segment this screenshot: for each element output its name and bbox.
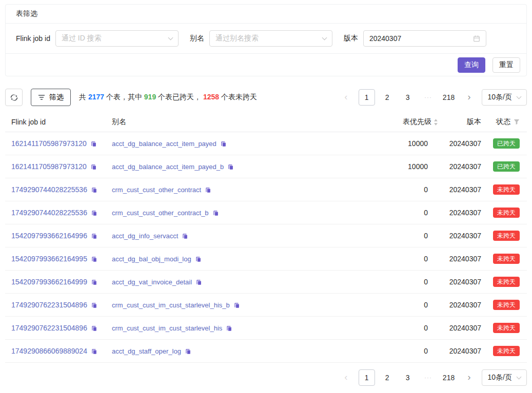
refresh-icon	[10, 94, 18, 101]
alias-link[interactable]: acct_dg_staff_oper_log	[112, 347, 181, 355]
status-badge: 已跨天	[493, 138, 520, 149]
flink-job-id-select[interactable]: 通过 ID 搜索	[55, 30, 179, 47]
status-cell: 未跨天	[482, 208, 527, 218]
copy-icon[interactable]	[227, 163, 234, 170]
alias-link[interactable]: crm_cust_cust_im_cust_starlevel_his	[112, 324, 222, 332]
version-cell: 20240307	[441, 278, 482, 286]
copy-icon[interactable]	[91, 187, 97, 193]
filter-toggle-label: 筛选	[49, 93, 64, 102]
pagination-prev-button[interactable]: ‹	[338, 369, 354, 386]
alias-link[interactable]: acct_dg_bal_obj_modi_log	[112, 255, 191, 263]
column-header-priority[interactable]: 表优先级	[380, 117, 441, 127]
page-size-select[interactable]: 10条/页	[482, 369, 527, 386]
status-badge: 未跨天	[493, 208, 520, 218]
priority-cell: 10000	[380, 139, 441, 148]
alias-placeholder: 通过别名搜索	[215, 34, 259, 43]
status-cell: 未跨天	[482, 184, 527, 195]
pagination-next-button[interactable]: ›	[461, 369, 478, 386]
copy-icon[interactable]	[91, 279, 97, 285]
copy-icon[interactable]	[233, 302, 240, 308]
alias-link[interactable]: crm_cust_cust_im_cust_starlevel_his_b	[112, 301, 230, 309]
pagination-page-218[interactable]: 218	[441, 89, 457, 106]
priority-cell: 0	[380, 185, 441, 194]
column-filter-icon[interactable]	[514, 119, 520, 125]
alias-link[interactable]: acct_dg_balance_acct_item_payed	[112, 140, 216, 148]
page-size-select[interactable]: 10条/页	[482, 89, 527, 106]
job-id-link[interactable]: 1749290762231504896	[11, 324, 87, 332]
job-id-link[interactable]: 1749290762231504896	[11, 301, 87, 309]
sort-icon[interactable]	[434, 119, 438, 126]
version-date-input[interactable]: 20240307	[363, 30, 486, 47]
pagination-page-218[interactable]: 218	[441, 369, 457, 386]
summary-part: 个表未跨天	[219, 93, 257, 101]
alias-cell: acct_dg_info_servacct	[112, 232, 380, 240]
job-id-cell: 1542097993662164995	[5, 255, 112, 263]
summary-part: 共	[79, 93, 88, 101]
filter-card-title: 表筛选	[6, 5, 526, 24]
alias-link[interactable]: crm_cust_cust_other_contract_b	[112, 209, 209, 217]
priority-cell: 0	[380, 347, 441, 355]
copy-icon[interactable]	[91, 325, 97, 332]
alias-link[interactable]: acct_dg_info_servacct	[112, 232, 178, 240]
job-id-link[interactable]: 1542097993662164999	[11, 278, 87, 286]
alias-select[interactable]: 通过别名搜索	[209, 30, 332, 47]
alias-cell: crm_cust_cust_im_cust_starlevel_his	[112, 324, 380, 332]
bottom-bar: ‹123···218›10条/页	[5, 369, 527, 386]
filter-lines-icon	[38, 94, 45, 101]
copy-icon[interactable]	[91, 302, 97, 308]
job-id-link[interactable]: 1749290744028225536	[11, 209, 87, 217]
status-cell: 未跨天	[482, 346, 527, 356]
priority-cell: 10000	[380, 162, 441, 171]
job-id-link[interactable]: 1749290744028225536	[11, 185, 87, 194]
job-id-cell: 1542097993662164999	[5, 278, 112, 286]
copy-icon[interactable]	[91, 256, 97, 262]
copy-icon[interactable]	[212, 210, 219, 216]
pagination-page-2[interactable]: 2	[379, 369, 396, 386]
copy-icon[interactable]	[185, 348, 191, 355]
job-id-link[interactable]: 1749290866069889024	[11, 347, 87, 355]
pagination-page-1[interactable]: 1	[359, 89, 375, 106]
job-id-link[interactable]: 1621411705987973120	[11, 162, 87, 171]
pagination-page-3[interactable]: 3	[400, 89, 416, 106]
pagination-prev-button[interactable]: ‹	[338, 89, 354, 106]
job-id-link[interactable]: 1542097993662164995	[11, 255, 87, 263]
alias-cell: acct_dg_vat_invoice_detail	[112, 278, 380, 286]
alias-label: 别名	[190, 34, 204, 43]
copy-icon[interactable]	[90, 140, 97, 147]
pagination-page-2[interactable]: 2	[379, 89, 396, 106]
version-date-value: 20240307	[369, 34, 401, 43]
copy-icon[interactable]	[90, 163, 97, 170]
alias-link[interactable]: crm_cust_cust_other_contract	[112, 186, 201, 194]
flink-job-id-label: Flink job id	[16, 34, 50, 43]
table-header: Flink job id 别名 表优先级 版本 状态	[5, 112, 527, 132]
pagination-page-1[interactable]: 1	[359, 369, 375, 386]
pagination-next-button[interactable]: ›	[461, 89, 478, 106]
chevron-down-icon	[517, 94, 522, 99]
summary-part: 个表已跨天，	[156, 93, 203, 101]
reset-button[interactable]: 重置	[492, 57, 520, 73]
copy-icon[interactable]	[226, 325, 232, 332]
job-id-link[interactable]: 1542097993662164996	[11, 232, 87, 240]
status-badge: 未跨天	[493, 300, 520, 310]
priority-cell: 0	[380, 301, 441, 309]
alias-link[interactable]: acct_dg_balance_acct_item_payed_b	[112, 163, 224, 171]
filter-toggle-button[interactable]: 筛选	[31, 89, 71, 106]
copy-icon[interactable]	[91, 233, 97, 239]
table-row: 1749290762231504896 crm_cust_cust_im_cus…	[5, 294, 527, 317]
pagination-top: ‹123···218›10条/页	[338, 89, 527, 106]
column-header-priority-label: 表优先级	[403, 117, 431, 127]
priority-cell: 0	[380, 232, 441, 240]
job-id-link[interactable]: 1621411705987973120	[11, 139, 87, 148]
pagination-page-3[interactable]: 3	[400, 369, 416, 386]
refresh-button[interactable]	[5, 89, 23, 106]
copy-icon[interactable]	[182, 233, 188, 239]
copy-icon[interactable]	[205, 187, 211, 193]
alias-link[interactable]: acct_dg_vat_invoice_detail	[112, 278, 192, 286]
copy-icon[interactable]	[91, 348, 97, 355]
copy-icon[interactable]	[91, 210, 97, 216]
search-button[interactable]: 查询	[458, 57, 485, 73]
table-row: 1749290762231504896 crm_cust_cust_im_cus…	[5, 317, 527, 340]
copy-icon[interactable]	[195, 279, 202, 285]
copy-icon[interactable]	[195, 256, 202, 262]
copy-icon[interactable]	[220, 140, 227, 147]
